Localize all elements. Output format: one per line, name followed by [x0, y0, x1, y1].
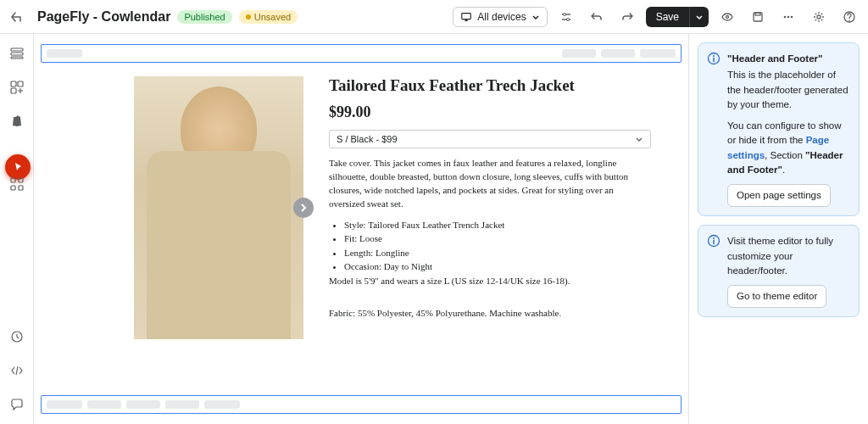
placeholder-block	[126, 400, 160, 409]
chevron-down-icon	[695, 13, 704, 21]
device-selector[interactable]: All devices	[453, 7, 547, 27]
preview-button[interactable]	[715, 5, 739, 29]
save-button[interactable]: Save	[646, 7, 689, 27]
svg-point-3	[726, 15, 729, 18]
card-text: This is the placeholder of the header/fo…	[727, 68, 850, 112]
chevron-down-icon	[635, 135, 643, 143]
back-button[interactable]	[7, 7, 27, 27]
sidebar-elements-button[interactable]	[8, 78, 26, 97]
svg-rect-11	[11, 48, 23, 51]
svg-point-8	[791, 15, 793, 18]
gear-icon	[812, 10, 826, 24]
svg-point-9	[817, 15, 821, 19]
image-next-button[interactable]	[293, 198, 314, 218]
apps-icon	[9, 176, 25, 192]
sidebar-shopify-button[interactable]	[8, 112, 26, 131]
shopify-icon	[9, 114, 25, 129]
go-to-theme-editor-button[interactable]: Go to theme editor	[727, 285, 826, 308]
placeholder-block	[165, 400, 199, 409]
sidebar-apps-button[interactable]	[8, 175, 26, 193]
redo-button[interactable]	[615, 5, 639, 29]
variant-selector[interactable]: S / Black - $99	[329, 130, 651, 148]
footer-placeholder[interactable]	[41, 395, 682, 414]
product-title: Tailored Faux Feather Trech Jacket	[329, 76, 651, 95]
bullet-item: Fit: Loose	[344, 232, 651, 246]
settings-button[interactable]	[807, 5, 831, 29]
placeholder-block	[640, 49, 676, 58]
status-unsaved-badge: Unsaved	[239, 10, 298, 24]
info-icon	[707, 234, 721, 248]
fabric-note: Fabric: 55% Polyester, 45% Polyurethane.…	[329, 308, 651, 318]
svg-point-1	[563, 13, 565, 15]
svg-rect-18	[19, 178, 23, 182]
sliders-icon	[559, 10, 573, 24]
elements-icon	[9, 80, 25, 95]
help-button[interactable]	[837, 5, 861, 29]
model-note: Model is 5'9'' and wears a size L (US si…	[329, 276, 651, 286]
back-arrow-icon	[10, 10, 24, 24]
right-panel: "Header and Footer" This is the placehol…	[688, 34, 868, 424]
code-icon	[9, 363, 25, 378]
bullet-item: Length: Longline	[344, 246, 651, 260]
bullet-item: Style: Tailored Faux Leather Trench Jack…	[344, 218, 651, 232]
clock-icon	[9, 329, 25, 344]
svg-rect-16	[11, 88, 16, 93]
sidebar-history-button[interactable]	[8, 327, 26, 346]
svg-rect-20	[19, 186, 23, 190]
svg-rect-19	[11, 186, 15, 190]
undo-icon	[590, 10, 604, 24]
svg-point-7	[787, 15, 790, 18]
placeholder-block	[47, 49, 82, 58]
pointer-icon	[11, 160, 25, 174]
product-description: Take cover. This jacket comes in faux le…	[329, 157, 651, 211]
bullet-item: Occasion: Day to Night	[344, 259, 651, 274]
info-card-header-footer: "Header and Footer" This is the placehol…	[698, 42, 860, 216]
card-text: Visit theme editor to fully customize yo…	[727, 234, 850, 278]
svg-rect-15	[18, 81, 23, 86]
product-image[interactable]	[134, 76, 303, 339]
chevron-right-icon	[298, 203, 309, 213]
info-icon	[707, 52, 721, 65]
svg-rect-0	[462, 13, 471, 19]
info-card-theme-editor: Visit theme editor to fully customize yo…	[698, 225, 860, 317]
svg-point-23	[713, 55, 715, 57]
redo-icon	[620, 10, 634, 24]
sidebar-layout-button[interactable]	[8, 44, 26, 63]
export-button[interactable]	[746, 5, 770, 29]
save-dropdown[interactable]	[689, 7, 709, 27]
placeholder-block	[204, 400, 240, 409]
dots-icon	[782, 10, 795, 24]
product-price: $99.00	[329, 103, 651, 121]
help-icon	[843, 10, 856, 24]
placeholder-block	[562, 49, 596, 58]
status-published-badge: Published	[177, 10, 231, 24]
sliders-button[interactable]	[554, 5, 578, 29]
svg-rect-12	[11, 53, 23, 55]
undo-button[interactable]	[585, 5, 609, 29]
left-sidebar	[0, 34, 34, 424]
svg-rect-13	[11, 57, 23, 59]
chat-icon	[9, 397, 25, 412]
svg-point-6	[784, 15, 787, 18]
svg-rect-5	[755, 13, 760, 15]
sidebar-chat-button[interactable]	[8, 395, 26, 414]
chevron-down-icon	[531, 13, 540, 21]
open-page-settings-button[interactable]: Open page settings	[727, 184, 831, 207]
placeholder-block	[601, 49, 635, 58]
placeholder-block	[47, 400, 82, 409]
svg-point-25	[713, 237, 715, 239]
editor-canvas[interactable]: Tailored Faux Feather Trech Jacket $99.0…	[34, 34, 688, 424]
sidebar-code-button[interactable]	[8, 361, 26, 380]
product-section: Tailored Faux Feather Trech Jacket $99.0…	[41, 76, 682, 339]
svg-rect-17	[11, 178, 15, 182]
header-placeholder[interactable]	[41, 44, 682, 63]
page-title: PageFly - Cowlendar	[37, 9, 170, 25]
svg-rect-14	[11, 81, 16, 86]
svg-point-2	[566, 18, 569, 20]
desktop-icon	[460, 11, 472, 23]
product-bullets: Style: Tailored Faux Leather Trench Jack…	[329, 218, 651, 274]
more-button[interactable]	[776, 5, 800, 29]
layout-icon	[9, 46, 25, 61]
save-file-icon	[751, 10, 765, 24]
placeholder-block	[87, 400, 121, 409]
